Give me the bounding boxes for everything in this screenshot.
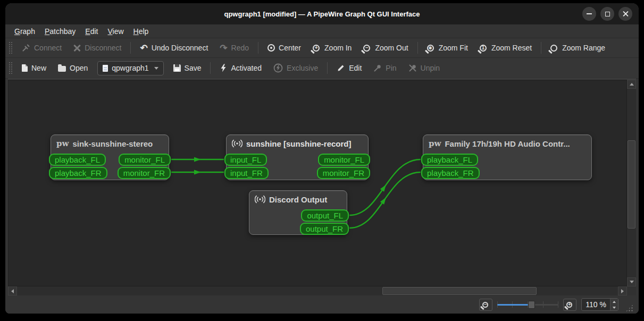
node-family-hd-audio[interactable]: pw Family 17h/19h HD Audio Contr... play… bbox=[423, 134, 592, 180]
node-title: sunshine [sunshine-record] bbox=[227, 135, 368, 148]
menubar: Graph Patchbay Edit View Help bbox=[5, 24, 639, 38]
connect-label: Connect bbox=[34, 44, 62, 52]
scroll-up-button[interactable] bbox=[627, 80, 636, 89]
menu-patchbay[interactable]: Patchbay bbox=[40, 24, 80, 38]
unpin-button[interactable]: Unpin bbox=[403, 61, 446, 75]
maximize-button[interactable] bbox=[600, 7, 614, 21]
zoom-spinbox[interactable]: 110 % bbox=[581, 298, 618, 311]
edit-button[interactable]: Edit bbox=[331, 61, 367, 75]
port-input_FR[interactable]: input_FR bbox=[224, 167, 269, 179]
pipewire-icon: pw bbox=[56, 139, 69, 148]
minimize-button[interactable] bbox=[582, 7, 596, 21]
port-output_FR[interactable]: output_FR bbox=[300, 223, 349, 235]
zoom-fit-button[interactable]: ◉ Zoom Fit bbox=[422, 40, 473, 55]
pin-label: Pin bbox=[386, 64, 396, 72]
pin-button[interactable]: Pin bbox=[368, 61, 402, 75]
fit-sym: ◉ bbox=[428, 46, 433, 50]
scroll-down-button[interactable] bbox=[627, 277, 636, 286]
new-button[interactable]: New bbox=[16, 61, 52, 75]
resize-grip[interactable] bbox=[625, 304, 633, 312]
port-playback_FL[interactable]: playback_FL bbox=[421, 154, 478, 166]
zoom-out-icon: − bbox=[482, 302, 488, 308]
minus-sym: − bbox=[483, 303, 487, 307]
wire-arrow-icon bbox=[380, 196, 388, 205]
zoom-reset-button[interactable]: 1 Zoom Reset bbox=[474, 40, 537, 55]
connect-button[interactable]: Connect bbox=[16, 40, 67, 55]
zoom-out-label: Zoom Out bbox=[375, 44, 408, 52]
close-button[interactable] bbox=[618, 7, 632, 21]
zoom-range-button[interactable]: Zoom Range bbox=[545, 40, 610, 55]
toolbar-drag-handle[interactable] bbox=[9, 62, 12, 74]
horizontal-scroll-thumb[interactable] bbox=[382, 287, 537, 295]
port-input_FL[interactable]: input_FL bbox=[224, 154, 267, 166]
node-title-text: sunshine [sunshine-record] bbox=[246, 139, 352, 148]
node-sunshine[interactable]: sunshine [sunshine-record] input_FL inpu… bbox=[226, 134, 369, 180]
input-ports: input_FL input_FR bbox=[224, 154, 269, 179]
statusbar-zoom-out-button[interactable]: − bbox=[479, 299, 492, 311]
menu-graph-label: Graph bbox=[14, 27, 35, 36]
port-monitor_FR[interactable]: monitor_FR bbox=[317, 167, 370, 179]
zoom-slider[interactable] bbox=[497, 300, 558, 309]
statusbar-zoom-in-button[interactable]: + bbox=[563, 299, 576, 311]
output-ports: monitor_FL monitor_FR bbox=[317, 154, 370, 179]
exclusive-bolt-icon bbox=[273, 63, 283, 73]
activated-button[interactable]: Activated bbox=[214, 61, 267, 75]
exclusive-button[interactable]: Exclusive bbox=[268, 61, 323, 75]
menu-help[interactable]: Help bbox=[129, 24, 154, 38]
node-discord-output[interactable]: Discord Output output_FL output_FR bbox=[249, 190, 347, 235]
spin-down-button[interactable] bbox=[610, 305, 618, 310]
zoom-in-button[interactable]: + Zoom In bbox=[307, 40, 357, 55]
port-monitor_FL[interactable]: monitor_FL bbox=[119, 154, 171, 166]
wire-arrow-icon bbox=[194, 157, 201, 162]
port-playback_FR[interactable]: playback_FR bbox=[49, 167, 107, 179]
slider-handle[interactable] bbox=[528, 301, 535, 309]
redo-icon: ↷ bbox=[220, 44, 227, 53]
scroll-right-button[interactable] bbox=[618, 286, 627, 295]
disconnect-button[interactable]: Disconnect bbox=[68, 40, 127, 55]
center-button[interactable]: Center bbox=[262, 40, 306, 55]
menu-graph[interactable]: Graph bbox=[10, 24, 40, 38]
up-arrow-icon bbox=[613, 301, 616, 303]
window-title: qpwgraph1 [modified] — A PipeWire Graph … bbox=[224, 10, 420, 18]
zoom-out-button[interactable]: − Zoom Out bbox=[358, 40, 413, 55]
minimize-icon bbox=[587, 13, 592, 14]
connection-wire[interactable] bbox=[349, 172, 421, 228]
port-playback_FR[interactable]: playback_FR bbox=[421, 167, 480, 179]
node-title: Discord Output bbox=[249, 191, 347, 204]
port-monitor_FR[interactable]: monitor_FR bbox=[118, 167, 171, 179]
graph-canvas[interactable]: pw sink-sunshine-stereo playback_FL play… bbox=[8, 80, 627, 286]
node-title: pw Family 17h/19h HD Audio Contr... bbox=[423, 135, 591, 148]
port-monitor_FL[interactable]: monitor_FL bbox=[318, 154, 370, 166]
scroll-left-button[interactable] bbox=[8, 286, 17, 295]
toolbar-graph: Connect Disconnect ↶ Undo Disconnect ↷ R… bbox=[5, 38, 639, 58]
vertical-scrollbar[interactable] bbox=[627, 80, 636, 286]
edit-pencil-icon bbox=[337, 64, 345, 72]
menu-edit[interactable]: Edit bbox=[80, 24, 103, 38]
menu-view[interactable]: View bbox=[103, 24, 128, 38]
menu-edit-label: Edit bbox=[85, 27, 98, 36]
horizontal-scrollbar[interactable] bbox=[8, 286, 627, 295]
zoom-reset-icon: 1 bbox=[480, 45, 487, 52]
down-arrow-icon bbox=[630, 281, 634, 283]
left-arrow-icon bbox=[11, 289, 14, 293]
port-output_FL[interactable]: output_FL bbox=[301, 209, 349, 222]
node-sink-sunshine-stereo[interactable]: pw sink-sunshine-stereo playback_FL play… bbox=[51, 134, 169, 180]
zoom-value[interactable]: 110 % bbox=[582, 300, 610, 309]
redo-button[interactable]: ↷ Redo bbox=[214, 40, 254, 55]
vertical-scroll-thumb[interactable] bbox=[628, 140, 635, 229]
activated-label: Activated bbox=[231, 64, 262, 72]
toolbar-drag-handle[interactable] bbox=[9, 41, 12, 54]
input-ports: playback_FL playback_FR bbox=[49, 154, 107, 179]
undo-button[interactable]: ↶ Undo Disconnect bbox=[135, 40, 213, 55]
spin-up-button[interactable] bbox=[610, 299, 618, 305]
open-button[interactable]: Open bbox=[53, 61, 93, 75]
port-playback_FL[interactable]: playback_FL bbox=[49, 154, 106, 166]
save-button[interactable]: Save bbox=[168, 61, 207, 75]
menu-help-label: Help bbox=[133, 27, 149, 36]
patchbay-select[interactable]: qpwgraph1 bbox=[97, 61, 163, 75]
titlebar[interactable]: qpwgraph1 [modified] — A PipeWire Graph … bbox=[5, 3, 639, 24]
wire-arrow-icon bbox=[380, 183, 388, 192]
unpin-label: Unpin bbox=[421, 64, 440, 72]
broadcast-icon bbox=[255, 195, 265, 204]
node-title-text: Discord Output bbox=[269, 195, 327, 204]
